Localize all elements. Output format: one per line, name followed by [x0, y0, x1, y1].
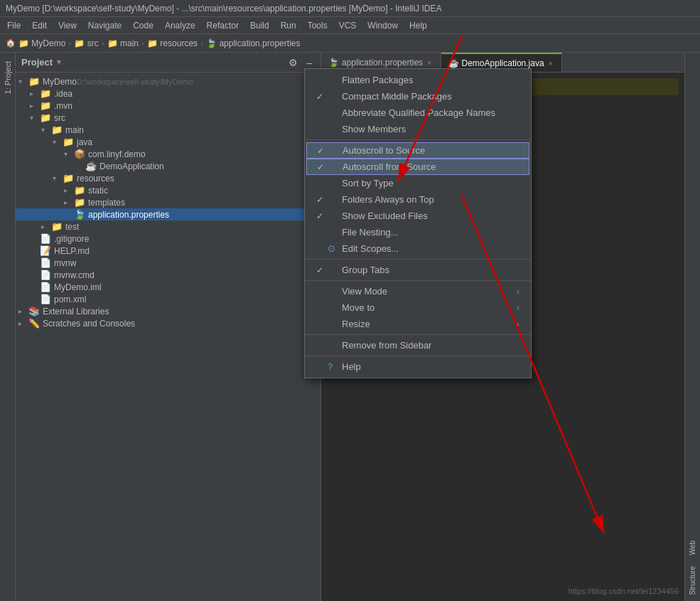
tree-item-icon: 📁 — [63, 137, 74, 147]
dropdown-item-help[interactable]: ?Help — [305, 358, 531, 375]
menu-item-navigate[interactable]: Navigate — [84, 19, 126, 32]
project-dropdown-arrow[interactable]: ▾ — [57, 58, 61, 67]
menu-item-tools[interactable]: Tools — [303, 19, 332, 32]
tree-item[interactable]: 📄MyDemo.iml — [16, 281, 321, 293]
breadcrumb-item[interactable]: 📁 main — [107, 38, 139, 48]
tree-expand-arrow[interactable]: ▾ — [53, 174, 63, 182]
dropdown-item-move-to[interactable]: Move to› — [305, 299, 531, 316]
tree-item[interactable]: ▸📚External Libraries — [16, 305, 321, 317]
menu-item-build[interactable]: Build — [246, 19, 274, 32]
tree-item-icon: ☕ — [85, 161, 97, 171]
dropdown-item-abbreviate-qualified[interactable]: Abbreviate Qualified Package Names — [305, 105, 531, 121]
dropdown-item-autoscroll-to[interactable]: ✓Autoscroll to Source — [306, 142, 529, 159]
tree-expand-arrow[interactable]: ▾ — [64, 150, 74, 158]
tree-item-label: main — [65, 125, 84, 135]
tree-item[interactable]: ▸📁.idea — [16, 87, 321, 100]
tree-expand-arrow[interactable]: ▸ — [64, 186, 74, 194]
menu-item-analyze[interactable]: Analyze — [161, 19, 200, 32]
menu-separator — [305, 356, 531, 356]
menu-item-window[interactable]: Window — [363, 19, 402, 32]
menu-item-run[interactable]: Run — [276, 19, 301, 32]
tree-expand-arrow[interactable]: ▾ — [18, 78, 28, 85]
dropdown-item-flatten-packages[interactable]: Flatten Packages — [305, 72, 531, 88]
web-side-tab[interactable]: Web — [687, 535, 698, 560]
menu-item-check: ✓ — [316, 265, 328, 275]
menu-item-edit[interactable]: Edit — [28, 19, 51, 32]
tab-close-button[interactable]: × — [547, 59, 554, 68]
dropdown-item-compact-middle[interactable]: ✓Compact Middle Packages — [305, 88, 531, 105]
tree-item[interactable]: ▸📁.mvn — [16, 100, 321, 112]
dropdown-item-sort-by-type[interactable]: Sort by Type — [305, 175, 531, 191]
settings-icon[interactable]: ⚙ — [286, 55, 301, 70]
menu-item-code[interactable]: Code — [129, 19, 158, 32]
tree-item[interactable]: 📄pom.xml — [16, 293, 321, 305]
tree-item-icon: 📁 — [74, 185, 85, 196]
tab-close-button[interactable]: × — [426, 58, 433, 67]
watermark: https://blog.csdn.net/lei1234456 — [569, 587, 679, 595]
project-side-tab[interactable]: 1: Project — [2, 55, 14, 100]
tree-item[interactable]: ☕DemoApplication — [16, 160, 321, 172]
tree-item[interactable]: 🍃application.properties — [16, 208, 321, 220]
dropdown-item-show-excluded[interactable]: ✓Show Excluded Files — [305, 208, 531, 224]
tree-item[interactable]: 📄mvnw — [16, 257, 321, 269]
tree-item-icon: 📁 — [63, 173, 74, 184]
tree-item[interactable]: ▸📁static — [16, 184, 321, 196]
tree-expand-arrow[interactable]: ▾ — [53, 138, 63, 146]
menu-item-refactor[interactable]: Refactor — [203, 19, 243, 32]
dropdown-item-file-nesting[interactable]: File Nesting... — [305, 224, 531, 240]
tree-item-label: pom.xml — [54, 294, 86, 304]
dropdown-item-autoscroll-from[interactable]: ✓Autoscroll from Source — [306, 159, 529, 175]
menu-item-help[interactable]: Help — [405, 19, 431, 32]
tree-item[interactable]: ▾📁main — [16, 124, 321, 136]
tree-expand-arrow[interactable]: ▸ — [41, 223, 51, 230]
breadcrumb-item[interactable]: 📁 resources — [147, 38, 198, 48]
tree-item-label: MyDemo — [43, 77, 77, 87]
tree-expand-arrow[interactable]: ▾ — [30, 114, 40, 122]
breadcrumb-item[interactable]: 📁 MyDemo — [18, 38, 65, 48]
tree-item[interactable]: ▾📦com.linyf.demo — [16, 148, 321, 160]
tree-item[interactable]: ▾📁MyDemo D:\workspace\self-study\MyDemo — [16, 75, 321, 87]
breadcrumb-item[interactable]: 🍃 application.properties — [206, 38, 300, 48]
structure-side-tab[interactable]: Structure — [687, 560, 698, 601]
tree-expand-arrow[interactable]: ▸ — [30, 102, 40, 110]
tree-item[interactable]: ▸📁test — [16, 220, 321, 233]
dropdown-item-remove-sidebar[interactable]: Remove from Sidebar — [305, 337, 531, 353]
dropdown-item-view-mode[interactable]: View Mode› — [305, 283, 531, 299]
tree-expand-arrow[interactable]: ▸ — [64, 198, 74, 206]
menu-item-text: Sort by Type — [342, 178, 519, 188]
tree-item[interactable]: ▸📁templates — [16, 196, 321, 208]
menu-item-file[interactable]: File — [3, 19, 25, 32]
tree-expand-arrow[interactable]: ▸ — [30, 90, 40, 97]
menu-item-view[interactable]: View — [54, 19, 81, 32]
tree-item-label: application.properties — [88, 210, 169, 220]
collapse-icon[interactable]: – — [303, 55, 315, 70]
dropdown-item-resize[interactable]: Resize› — [305, 316, 531, 332]
dropdown-item-show-members[interactable]: Show Members — [305, 121, 531, 137]
tree-expand-arrow[interactable]: ▾ — [41, 126, 51, 134]
tree-item[interactable]: 📄mvnw.cmd — [16, 269, 321, 281]
dropdown-menu: Flatten Packages✓Compact Middle Packages… — [304, 68, 532, 378]
tree-item-icon: 📄 — [40, 233, 51, 244]
tree-item[interactable]: ▸✏️Scratches and Consoles — [16, 317, 321, 329]
project-toolbar-right: ⚙ – — [286, 55, 315, 70]
tree-item[interactable]: ▾📁src — [16, 112, 321, 124]
tree-item[interactable]: 📄.gitignore — [16, 233, 321, 245]
menu-item-vcs[interactable]: VCS — [335, 19, 361, 32]
tree-item-icon: 📁 — [40, 112, 51, 123]
menu-item-check: ✓ — [316, 92, 328, 102]
breadcrumb-sep: › — [68, 38, 71, 48]
menu-item-text: Abbreviate Qualified Package Names — [342, 107, 519, 118]
project-toolbar: Project ▾ ⚙ – — [16, 53, 321, 73]
dropdown-item-folders-on-top[interactable]: ✓Folders Always on Top — [305, 191, 531, 208]
side-panel-left: 1: Project — [0, 53, 16, 601]
menu-item-text: Resize — [342, 319, 517, 329]
breadcrumb-item[interactable]: 📁 src — [74, 38, 98, 48]
tree-expand-arrow[interactable]: ▸ — [18, 307, 28, 315]
dropdown-item-group-tabs[interactable]: ✓Group Tabs — [305, 262, 531, 278]
tree-item[interactable]: ▾📁java — [16, 136, 321, 148]
dropdown-item-edit-scopes[interactable]: ⊙Edit Scopes... — [305, 240, 531, 257]
tree-item[interactable]: ▾📁resources — [16, 172, 321, 184]
tree-expand-arrow[interactable]: ▸ — [18, 319, 28, 327]
menu-item-text: Show Excluded Files — [342, 211, 519, 221]
tree-item[interactable]: 📝HELP.md — [16, 245, 321, 257]
